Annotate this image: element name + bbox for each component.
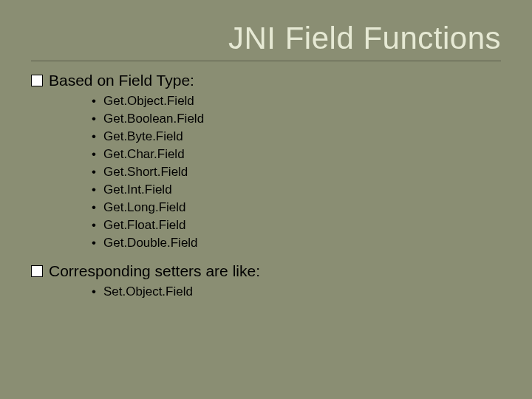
list-item: Get.Char.Field [92, 146, 501, 163]
checkbox-icon [31, 75, 43, 86]
outline-item-based-on: Based on Field Type: [31, 72, 501, 89]
field-type-list: Get.Object.Field Get.Boolean.Field Get.B… [62, 92, 501, 252]
outline-heading: Based on Field Type: [49, 72, 194, 89]
list-item: Get.Float.Field [92, 216, 501, 234]
list-item: Set.Object.Field [92, 283, 501, 301]
list-item: Get.Int.Field [92, 181, 501, 199]
list-item: Get.Boolean.Field [92, 110, 501, 128]
setters-list: Set.Object.Field [62, 283, 501, 301]
outline-item-setters: Corresponding setters are like: [31, 262, 501, 280]
list-item: Get.Short.Field [92, 163, 501, 181]
outline-heading: Corresponding setters are like: [49, 262, 260, 280]
slide: JNI Field Functions Based on Field Type:… [0, 0, 532, 399]
checkbox-icon [31, 265, 43, 277]
slide-title: JNI Field Functions [31, 13, 501, 61]
list-item: Get.Double.Field [92, 234, 501, 252]
list-item: Get.Byte.Field [92, 128, 501, 146]
list-item: Get.Long.Field [92, 199, 501, 216]
list-item: Get.Object.Field [92, 92, 501, 110]
